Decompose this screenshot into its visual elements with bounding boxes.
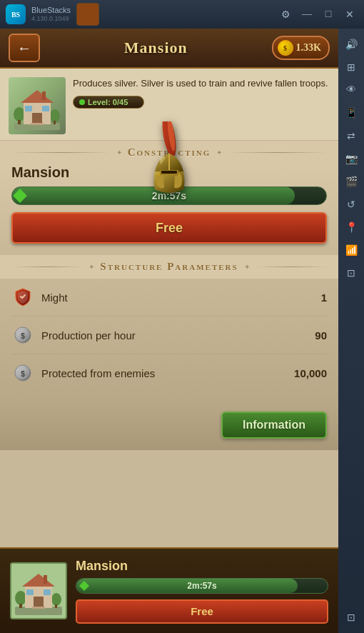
param-value-production: 90 bbox=[315, 329, 327, 342]
divider-line-right bbox=[228, 152, 327, 153]
svg-rect-10 bbox=[42, 91, 46, 100]
back-button[interactable]: ← bbox=[9, 34, 40, 62]
info-button-section: Information bbox=[0, 403, 338, 450]
transfer-icon[interactable]: ⇄ bbox=[341, 126, 361, 146]
divider-line-left bbox=[11, 152, 111, 153]
window-controls: ⚙ — □ ✕ bbox=[277, 6, 358, 23]
svg-point-3 bbox=[50, 109, 60, 122]
svg-rect-34 bbox=[32, 607, 45, 609]
svg-rect-9 bbox=[42, 106, 49, 111]
svg-rect-2 bbox=[18, 120, 21, 124]
device-icon[interactable]: 📱 bbox=[341, 103, 361, 123]
svg-point-1 bbox=[14, 107, 25, 121]
building-image bbox=[9, 77, 66, 134]
app-version: 4.130.0.1049 bbox=[31, 15, 71, 23]
param-value-protected: 10,000 bbox=[294, 367, 327, 379]
param-row-protected: $ Protected from enemies 10,000 bbox=[11, 354, 327, 392]
network-icon[interactable]: 📶 bbox=[341, 240, 361, 260]
svg-point-26 bbox=[51, 593, 61, 606]
construct-building-name: Mansion bbox=[11, 164, 69, 181]
restore-button[interactable]: — bbox=[298, 6, 315, 23]
bottom-free-button[interactable]: Free bbox=[76, 599, 328, 624]
params-label: Structure Parameters bbox=[100, 261, 238, 273]
close-button[interactable]: ✕ bbox=[341, 6, 358, 23]
svg-text:$: $ bbox=[21, 370, 25, 378]
game-area: ← Mansion $ 1.33K bbox=[0, 29, 338, 633]
svg-rect-30 bbox=[34, 597, 44, 608]
view-icon[interactable]: 👁 bbox=[341, 80, 361, 100]
svg-rect-33 bbox=[44, 575, 47, 584]
param-row-production: $ Production per hour 90 bbox=[11, 316, 327, 354]
page-title: Mansion bbox=[124, 39, 188, 57]
protected-icon: $ bbox=[11, 362, 34, 384]
parameters-section: Might 1 $ Produ bbox=[0, 279, 338, 403]
shield-icon bbox=[11, 286, 34, 309]
param-value-might: 1 bbox=[321, 291, 327, 304]
param-row-might: Might 1 bbox=[11, 279, 327, 316]
svg-rect-14 bbox=[161, 171, 177, 174]
level-text: Level: 0/45 bbox=[88, 98, 128, 106]
param-name-production: Production per hour bbox=[41, 329, 315, 342]
svg-rect-11 bbox=[31, 123, 44, 125]
svg-rect-32 bbox=[44, 589, 51, 595]
bottom-building-thumbnail bbox=[10, 562, 67, 619]
back-arrow-icon: ← bbox=[17, 40, 31, 56]
settings-icon[interactable]: ⊡ bbox=[341, 263, 361, 283]
currency-badge[interactable]: $ 1.33K bbox=[272, 36, 330, 60]
location-icon[interactable]: 📍 bbox=[341, 217, 361, 237]
svg-rect-25 bbox=[19, 604, 22, 608]
extra-icon[interactable]: ⊡ bbox=[341, 607, 361, 627]
svg-rect-27 bbox=[55, 604, 57, 608]
information-button[interactable]: Information bbox=[221, 412, 327, 439]
param-name-protected: Protected from enemies bbox=[41, 367, 294, 379]
building-description: Produces silver. Silver is used to train… bbox=[73, 77, 330, 90]
currency-value: 1.33K bbox=[296, 42, 321, 54]
coin-icon: $ bbox=[278, 40, 293, 56]
bottom-building-title: Mansion bbox=[76, 559, 328, 574]
volume-icon[interactable]: 🔊 bbox=[341, 34, 361, 54]
svg-marker-6 bbox=[21, 90, 54, 103]
production-icon: $ bbox=[11, 324, 34, 347]
helmet-decoration bbox=[144, 121, 194, 203]
params-divider: ✦ Structure Parameters ✦ bbox=[0, 255, 338, 279]
svg-point-24 bbox=[15, 591, 26, 605]
bluestacks-logo: BS bbox=[6, 4, 26, 24]
right-sidebar: 🔊 ⊞ 👁 📱 ⇄ 📷 🎬 ↺ 📍 📶 ⊡ ⊡ bbox=[338, 29, 364, 633]
bottom-mansion-svg bbox=[11, 564, 66, 618]
svg-rect-8 bbox=[25, 106, 32, 111]
bottom-panel: Mansion 2m:57s Free bbox=[0, 547, 338, 633]
free-button[interactable]: Free bbox=[11, 212, 327, 244]
params-divider-left bbox=[11, 266, 83, 267]
params-divider-right bbox=[256, 266, 327, 267]
svg-text:$: $ bbox=[21, 332, 25, 340]
fullscreen-icon[interactable]: ⊞ bbox=[341, 57, 361, 77]
mansion-image-svg bbox=[11, 81, 64, 133]
game-header: ← Mansion $ 1.33K bbox=[0, 29, 338, 69]
minimize-button[interactable]: ⚙ bbox=[277, 6, 294, 23]
video-icon[interactable]: 🎬 bbox=[341, 171, 361, 191]
level-dot-icon bbox=[79, 99, 85, 105]
building-description-container: Produces silver. Silver is used to train… bbox=[73, 77, 330, 109]
bottom-building-info: Mansion 2m:57s Free bbox=[76, 559, 328, 624]
svg-rect-7 bbox=[32, 113, 42, 124]
app-name: BlueStacks bbox=[31, 6, 71, 15]
level-bar: Level: 0/45 bbox=[73, 96, 144, 109]
svg-rect-31 bbox=[26, 589, 34, 595]
bottom-progress-bar: 2m:57s bbox=[76, 578, 328, 594]
game-icon[interactable] bbox=[76, 3, 99, 26]
building-thumbnail bbox=[9, 77, 66, 134]
bottom-timer: 2m:57s bbox=[187, 581, 216, 591]
bluestacks-topbar: BS BlueStacks 4.130.0.1049 ⚙ — □ ✕ bbox=[0, 0, 364, 29]
param-name-might: Might bbox=[41, 291, 321, 304]
helmet-icon bbox=[144, 121, 194, 200]
maximize-button[interactable]: □ bbox=[320, 6, 337, 23]
camera-icon[interactable]: 📷 bbox=[341, 149, 361, 169]
constructing-section: Mansion 2m:57s Free bbox=[0, 164, 338, 255]
svg-rect-4 bbox=[54, 121, 56, 124]
refresh-icon[interactable]: ↺ bbox=[341, 194, 361, 214]
